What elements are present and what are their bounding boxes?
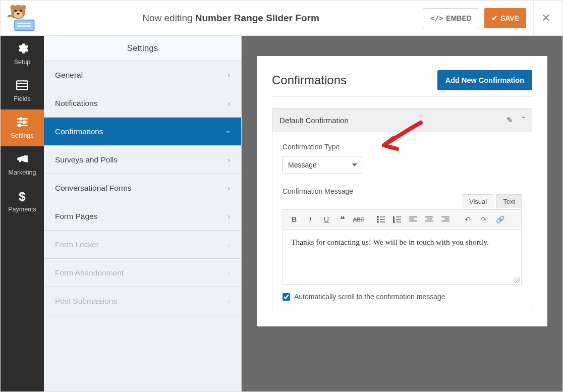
settings-item-form-locker[interactable]: Form Locker › [44, 231, 241, 259]
chevron-right-icon: › [228, 71, 230, 79]
editing-prefix: Now editing [142, 13, 195, 23]
number-list-button[interactable]: 123 [390, 213, 404, 226]
resize-handle[interactable] [514, 277, 520, 283]
app-logo [1, 1, 44, 36]
settings-item-form-pages[interactable]: Form Pages › [44, 202, 241, 231]
align-center-button[interactable] [422, 213, 436, 226]
redo-button[interactable]: ↷ [477, 213, 491, 226]
align-left-button[interactable] [406, 213, 420, 226]
autoscroll-checkbox[interactable] [283, 293, 290, 301]
svg-point-23 [377, 221, 379, 223]
svg-rect-0 [15, 20, 34, 30]
settings-list: General › Notifications › Confirmations … [44, 61, 241, 315]
svg-rect-10 [17, 81, 28, 89]
editor-toolbar: B I U ❝ ABC 123 [283, 210, 521, 230]
nav-payments[interactable]: $ Payments [1, 183, 44, 220]
svg-point-8 [20, 9, 22, 11]
editor-content[interactable]: Thanks for contacting us! We will be in … [283, 230, 521, 284]
edit-icon[interactable]: ✎ [506, 116, 513, 125]
fields-icon [16, 80, 29, 93]
rich-text-editor: B I U ❝ ABC 123 [283, 209, 522, 285]
strikethrough-button[interactable]: ABC [352, 213, 366, 226]
wpforms-logo-icon [7, 4, 38, 32]
nav-settings-label: Settings [11, 132, 33, 139]
confirmation-item: Default Confirmation ✎ ˆ Confirmation Ty… [272, 108, 532, 311]
chevron-right-icon: › [228, 184, 230, 192]
svg-text:3: 3 [393, 220, 395, 223]
collapse-icon[interactable]: ˆ [522, 116, 525, 125]
close-button[interactable]: ✕ [533, 1, 557, 36]
chevron-right-icon: › [228, 269, 230, 277]
settings-item-label: General [55, 71, 83, 80]
confirmation-type-label: Confirmation Type [283, 143, 522, 151]
nav-marketing[interactable]: Marketing [1, 146, 44, 183]
settings-item-label: Form Pages [55, 212, 97, 221]
left-nav: Setup Fields Settings Marketing $ Paymen… [1, 36, 44, 392]
form-name: Number Range Slider Form [195, 13, 319, 23]
divider [272, 96, 532, 97]
settings-item-label: Post Submissions [55, 297, 117, 306]
nav-fields[interactable]: Fields [1, 73, 44, 109]
bullet-list-button[interactable] [374, 213, 388, 226]
editor-tab-visual[interactable]: Visual [463, 194, 493, 208]
italic-button[interactable]: I [303, 213, 317, 226]
chevron-right-icon: › [228, 212, 230, 220]
settings-item-post-submissions[interactable]: Post Submissions › [44, 287, 241, 315]
editor-tab-text[interactable]: Text [496, 194, 522, 208]
chevron-right-icon: › [228, 297, 230, 305]
sliders-icon [16, 117, 29, 130]
chevron-right-icon: › [228, 99, 230, 107]
underline-button[interactable]: U [319, 213, 333, 226]
nav-setup[interactable]: Setup [1, 36, 44, 73]
undo-button[interactable]: ↶ [461, 213, 475, 226]
nav-setup-label: Setup [14, 59, 31, 66]
dollar-icon: $ [16, 190, 29, 203]
confirmation-title: Default Confirmation [279, 116, 349, 125]
svg-point-9 [17, 13, 20, 15]
svg-point-14 [20, 118, 22, 120]
svg-point-21 [377, 219, 379, 220]
settings-item-label: Confirmations [55, 127, 103, 136]
confirmation-header[interactable]: Default Confirmation ✎ ˆ [272, 108, 532, 132]
nav-marketing-label: Marketing [9, 169, 36, 176]
settings-item-general[interactable]: General › [44, 61, 241, 89]
settings-item-notifications[interactable]: Notifications › [44, 89, 241, 118]
save-button[interactable]: ✔ SAVE [484, 8, 526, 28]
blockquote-button[interactable]: ❝ [335, 213, 350, 226]
svg-point-18 [18, 124, 20, 126]
settings-item-confirmations[interactable]: Confirmations › [44, 118, 241, 146]
close-icon: ✕ [541, 12, 550, 24]
svg-point-19 [377, 216, 379, 218]
settings-item-label: Surveys and Polls [55, 155, 118, 164]
link-button[interactable]: 🔗 [493, 213, 507, 226]
confirmations-card: Confirmations Add New Confirmation Defau… [257, 56, 547, 326]
confirmation-body: Confirmation Type Message Confirmation M… [272, 132, 532, 311]
confirmation-type-select[interactable]: Message [283, 156, 362, 174]
svg-point-4 [10, 5, 16, 10]
canvas: Confirmations Add New Confirmation Defau… [242, 36, 562, 392]
editing-title: Now editing Number Range Slider Form [44, 13, 418, 24]
align-right-button[interactable] [438, 213, 453, 226]
top-bar: Now editing Number Range Slider Form </>… [1, 1, 562, 36]
nav-settings[interactable]: Settings [1, 109, 44, 146]
bold-button[interactable]: B [287, 213, 301, 226]
settings-item-label: Form Abandonment [55, 268, 124, 277]
svg-point-16 [23, 121, 25, 123]
settings-item-conversational[interactable]: Conversational Forms › [44, 174, 241, 202]
check-icon: ✔ [491, 14, 497, 22]
add-confirmation-button[interactable]: Add New Confirmation [437, 70, 532, 90]
chevron-down-icon: › [225, 130, 233, 133]
settings-panel: Settings General › Notifications › Confi… [44, 36, 242, 392]
autoscroll-row[interactable]: Automatically scroll to the confirmation… [283, 293, 522, 301]
save-button-label: SAVE [500, 14, 519, 22]
embed-button-label: EMBED [446, 14, 472, 22]
settings-item-form-abandonment[interactable]: Form Abandonment › [44, 259, 241, 287]
autoscroll-label: Automatically scroll to the confirmation… [294, 293, 445, 301]
settings-item-surveys[interactable]: Surveys and Polls › [44, 146, 241, 174]
settings-panel-title: Settings [44, 36, 241, 61]
chevron-right-icon: › [228, 156, 230, 164]
nav-fields-label: Fields [14, 95, 30, 102]
embed-button[interactable]: </> EMBED [423, 8, 479, 28]
settings-item-label: Conversational Forms [55, 184, 132, 193]
gear-icon [16, 43, 29, 56]
